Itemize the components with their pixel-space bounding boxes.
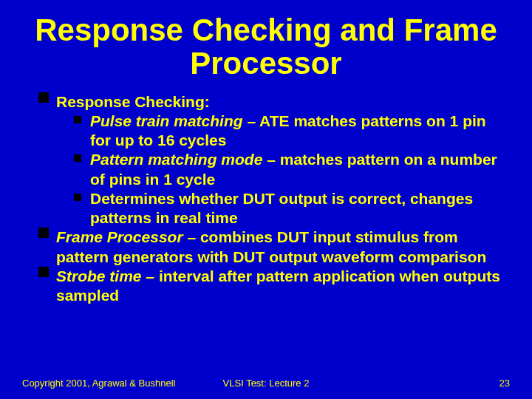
bullet-em: Frame Processor <box>56 228 183 245</box>
sub-bullet-em: Pattern matching mode <box>90 151 262 168</box>
slide-footer: Copyright 2001, Agrawal & Bushnell VLSI … <box>22 378 510 389</box>
bullet-text: Response Checking: <box>56 93 210 110</box>
sub-bullet-pulse-train: Pulse train matching – ATE matches patte… <box>74 112 510 151</box>
bullet-icon <box>74 154 81 162</box>
bullet-icon <box>38 92 49 103</box>
sub-bullet-determines: Determines whether DUT output is correct… <box>74 189 510 228</box>
bullet-strobe-time: Strobe time – interval after pattern app… <box>38 267 510 306</box>
bullet-frame-processor: Frame Processor – combines DUT input sti… <box>38 228 510 267</box>
slide-title: Response Checking and Frame Processor <box>22 13 510 81</box>
sub-bullet-em: Pulse train matching <box>90 112 243 129</box>
bullet-em: Strobe time <box>56 267 142 284</box>
bullet-icon <box>74 194 81 201</box>
bullet-icon <box>38 228 49 238</box>
sub-bullet-pattern-matching: Pattern matching mode – matches pattern … <box>74 150 510 189</box>
sub-list: Pulse train matching – ATE matches patte… <box>56 112 510 228</box>
slide-content: Response Checking: Pulse train matching … <box>22 92 510 306</box>
bullet-icon <box>38 267 49 277</box>
sub-bullet-rest: Determines whether DUT output is correct… <box>90 190 473 226</box>
footer-page-number: 23 <box>499 378 510 389</box>
slide: Response Checking and Frame Processor Re… <box>0 0 532 399</box>
footer-copyright: Copyright 2001, Agrawal & Bushnell <box>22 378 175 389</box>
bullet-icon <box>74 116 81 123</box>
bullet-response-checking: Response Checking: Pulse train matching … <box>38 92 510 228</box>
